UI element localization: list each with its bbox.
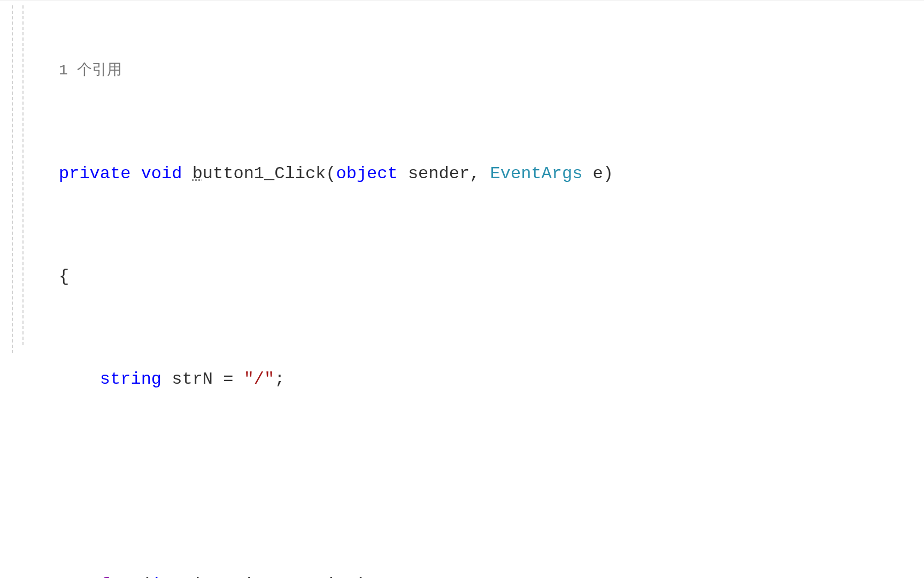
keyword-private: private xyxy=(59,164,130,184)
param-sender: sender xyxy=(398,164,469,184)
keyword-string: string xyxy=(100,369,161,389)
code-editor[interactable]: 1 个引用 private void button1_Click(object … xyxy=(0,0,924,578)
code-line-for[interactable]: for (int i=0; i <=10; i++) xyxy=(59,572,924,578)
string-literal: "/" xyxy=(244,369,275,389)
method-name-rest: utton1_Click xyxy=(203,164,326,184)
keyword-int: int xyxy=(151,575,182,578)
keyword-for: for xyxy=(100,575,131,578)
param-e: e xyxy=(582,164,603,184)
code-line-blank[interactable] xyxy=(59,469,924,495)
keyword-void: void xyxy=(141,164,182,184)
method-name-first-char: b xyxy=(192,164,203,184)
for-condition: i=0; i <=10; i++) xyxy=(182,575,367,578)
indent-guide-1 xyxy=(12,5,13,353)
code-line-signature[interactable]: private void button1_Click(object sender… xyxy=(59,161,924,187)
code-area[interactable]: 1 个引用 private void button1_Click(object … xyxy=(11,8,924,578)
var-strN: strN xyxy=(161,369,223,389)
indent-guide-2 xyxy=(22,5,24,345)
keyword-object: object xyxy=(336,164,397,184)
codelens-references[interactable]: 1 个引用 xyxy=(59,59,924,84)
code-line-string-decl[interactable]: string strN = "/"; xyxy=(59,367,924,392)
code-line-open-brace[interactable]: { xyxy=(59,264,924,290)
type-eventargs: EventArgs xyxy=(490,164,583,184)
